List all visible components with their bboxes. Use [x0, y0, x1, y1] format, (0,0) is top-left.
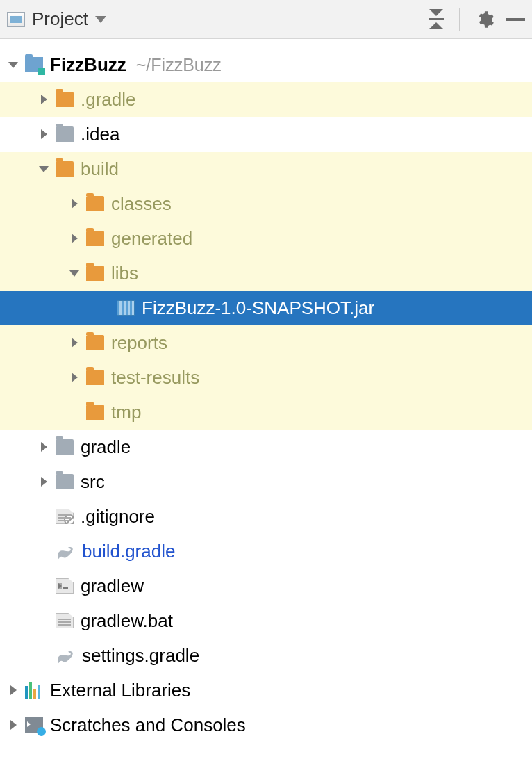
folder-icon [86, 231, 104, 246]
chevron-right-icon[interactable] [36, 126, 51, 142]
tree-item-test-results[interactable]: test-results [0, 360, 532, 395]
item-label: .gitignore [81, 506, 155, 528]
item-label: reports [111, 332, 167, 354]
tree-item-reports[interactable]: reports [0, 325, 532, 360]
tree-item-generated[interactable]: generated [0, 221, 532, 256]
folder-icon [56, 439, 74, 455]
folder-icon [86, 196, 104, 211]
collapse-all-icon[interactable] [429, 9, 444, 29]
folder-icon [86, 370, 104, 385]
item-label: gradle [81, 436, 131, 458]
folder-icon [86, 335, 104, 350]
tree-item-gradle-folder[interactable]: gradle [0, 430, 532, 464]
divider [459, 8, 460, 31]
libraries-icon [25, 682, 43, 699]
chevron-right-icon[interactable] [36, 474, 51, 489]
item-label: gradlew.bat [81, 610, 173, 632]
chevron-down-icon[interactable] [67, 266, 82, 281]
tree-item-gradlew-bat[interactable]: gradlew.bat [0, 603, 532, 638]
folder-icon [56, 161, 74, 177]
project-name: FizzBuzz [50, 54, 126, 76]
item-label: FizzBuzz-1.0-SNAPSHOT.jar [142, 297, 374, 319]
tree-item-scratches[interactable]: Scratches and Consoles [0, 708, 532, 742]
item-label: External Libraries [50, 680, 190, 701]
project-tree: FizzBuzz ~/FizzBuzz .gradle .idea build … [0, 39, 532, 742]
file-icon [56, 613, 74, 628]
tree-item-build[interactable]: build [0, 152, 532, 186]
dropdown-arrow-icon[interactable] [95, 16, 106, 23]
gradle-icon [56, 648, 75, 662]
item-label: tmp [111, 402, 141, 423]
tree-item-src[interactable]: src [0, 464, 532, 499]
project-path: ~/FizzBuzz [136, 55, 222, 75]
chevron-right-icon[interactable] [67, 231, 82, 246]
item-label: settings.gradle [82, 645, 199, 667]
item-label: build.gradle [82, 541, 175, 562]
chevron-right-icon[interactable] [36, 92, 51, 107]
tree-item-gradlew[interactable]: gradlew [0, 569, 532, 603]
tree-item-idea[interactable]: .idea [0, 117, 532, 152]
tree-item-libs[interactable]: libs [0, 256, 532, 291]
jar-icon [117, 300, 135, 316]
tree-item-gitignore[interactable]: .gitignore [0, 499, 532, 534]
tree-item-tmp[interactable]: tmp [0, 395, 532, 430]
item-label: generated [111, 228, 192, 250]
item-label: classes [111, 193, 172, 215]
folder-icon [86, 405, 104, 420]
panel-header: Project [0, 0, 532, 39]
module-icon [25, 57, 43, 72]
tree-item-external-libraries[interactable]: External Libraries [0, 673, 532, 708]
project-view-icon [7, 12, 25, 27]
item-label: build [81, 158, 119, 180]
tree-item-gradle-dir[interactable]: .gradle [0, 82, 532, 117]
panel-title[interactable]: Project [32, 8, 88, 30]
chevron-right-icon[interactable] [36, 439, 51, 455]
chevron-right-icon[interactable] [6, 717, 21, 733]
tree-item-classes[interactable]: classes [0, 186, 532, 221]
folder-icon [56, 126, 74, 142]
item-label: gradlew [81, 576, 144, 597]
item-label: .gradle [81, 89, 136, 111]
item-label: test-results [111, 367, 199, 389]
chevron-right-icon[interactable] [6, 683, 21, 698]
gear-icon[interactable] [475, 10, 494, 29]
item-label: Scratches and Consoles [50, 715, 246, 736]
item-label: src [81, 471, 105, 493]
tree-item-build-gradle[interactable]: build.gradle [0, 534, 532, 569]
chevron-right-icon[interactable] [67, 335, 82, 350]
chevron-right-icon[interactable] [67, 196, 82, 211]
scratches-icon [25, 717, 43, 733]
folder-icon [86, 266, 104, 281]
shell-script-icon [56, 578, 74, 594]
chevron-down-icon[interactable] [36, 161, 51, 177]
minimize-icon[interactable] [506, 18, 525, 21]
chevron-right-icon[interactable] [67, 370, 82, 385]
tree-root-project[interactable]: FizzBuzz ~/FizzBuzz [0, 47, 532, 82]
tree-item-jar[interactable]: FizzBuzz-1.0-SNAPSHOT.jar [0, 291, 532, 325]
chevron-down-icon[interactable] [6, 57, 21, 72]
folder-icon [56, 474, 74, 489]
tree-item-settings-gradle[interactable]: settings.gradle [0, 638, 532, 673]
item-label: .idea [81, 124, 119, 145]
folder-icon [56, 92, 74, 107]
item-label: libs [111, 263, 138, 284]
gradle-icon [56, 544, 75, 558]
gitignore-icon [56, 509, 74, 524]
